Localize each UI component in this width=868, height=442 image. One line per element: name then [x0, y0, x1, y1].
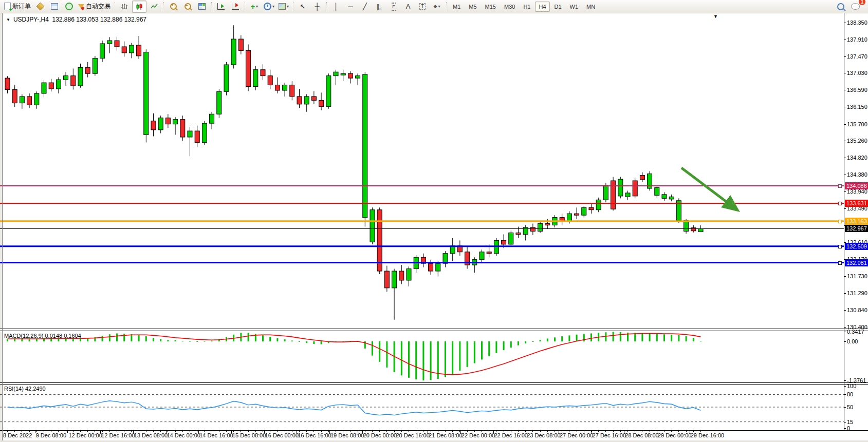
- crosshair-tool-button[interactable]: ┼: [310, 1, 324, 12]
- time-axis-minor-tick: [263, 431, 263, 432]
- signals-button[interactable]: [62, 1, 76, 12]
- candle-bearish: [502, 240, 506, 244]
- price-tick-label: 134.820: [847, 155, 868, 161]
- periods-button[interactable]: ▾: [262, 1, 276, 12]
- panel-separator[interactable]: [0, 382, 868, 383]
- time-axis-minor-tick: [664, 431, 664, 432]
- price-level-tag[interactable]: 132.081: [845, 259, 868, 266]
- time-axis-label: 22 Dec 00:00: [461, 432, 495, 438]
- zoom-out-button[interactable]: −: [181, 1, 194, 12]
- macd-histogram-bar: [408, 341, 410, 378]
- macd-histogram-bar: [678, 335, 679, 341]
- tile-windows-icon: [198, 3, 206, 10]
- time-axis-minor-tick: [394, 431, 395, 432]
- time-axis-tick: [428, 431, 428, 433]
- chart-shift-button[interactable]: [229, 1, 242, 12]
- timeframe-button-m15[interactable]: M15: [482, 2, 500, 12]
- line-anchor-handle[interactable]: [838, 202, 842, 205]
- time-axis-minor-tick: [562, 431, 562, 432]
- time-axis-minor-tick: [336, 431, 336, 432]
- timeframe-button-mn[interactable]: MN: [583, 2, 599, 12]
- zoom-in-button[interactable]: +: [167, 1, 180, 12]
- candlestick-chart-button[interactable]: [132, 1, 146, 13]
- rsi-axis-label: 15: [847, 419, 868, 425]
- autotrade-button[interactable]: 自动交易: [77, 1, 112, 12]
- trendline-tool-button[interactable]: ╱: [358, 1, 372, 12]
- candle-bullish: [407, 269, 411, 280]
- line-anchor-handle[interactable]: [838, 220, 842, 223]
- time-axis-label: 12 Dec 00:00: [68, 432, 102, 438]
- macd-histogram-bar: [693, 338, 694, 341]
- time-axis-tick: [362, 431, 363, 433]
- price-level-tag[interactable]: 132.967: [845, 225, 868, 232]
- text-tool-button[interactable]: A: [401, 1, 415, 12]
- price-level-tag[interactable]: 132.509: [845, 243, 868, 250]
- auto-scroll-button[interactable]: [214, 1, 228, 12]
- time-axis-tick: [559, 431, 559, 433]
- timeframe-toolbar: M1M5M15M30H1H4D1W1MN: [449, 2, 599, 12]
- panel-separator[interactable]: [0, 384, 868, 385]
- rsi-indicator-panel[interactable]: [0, 385, 844, 430]
- time-axis-minor-tick: [36, 431, 37, 432]
- horizontal-line-tool-button[interactable]: ─: [344, 1, 357, 12]
- macd-histogram-bar: [459, 341, 460, 371]
- cursor-tool-button[interactable]: ↖: [296, 1, 309, 12]
- line-anchor-handle[interactable]: [838, 261, 842, 265]
- timeframe-button-m30[interactable]: M30: [501, 2, 519, 12]
- panel-separator[interactable]: [0, 331, 868, 331]
- macd-histogram-bar: [386, 341, 387, 368]
- macd-histogram-bar: [532, 341, 533, 342]
- main-price-chart[interactable]: [0, 13, 844, 329]
- time-axis-minor-tick: [241, 431, 241, 432]
- macd-histogram-bar: [269, 337, 271, 341]
- chart-shift-marker-icon[interactable]: ▼: [713, 14, 718, 19]
- timeframe-button-m1[interactable]: M1: [449, 2, 464, 12]
- timeframe-button-h1[interactable]: H1: [520, 2, 534, 12]
- time-axis-minor-tick: [7, 431, 8, 432]
- channel-tool-button[interactable]: ∥E: [373, 1, 386, 12]
- line-chart-button[interactable]: [147, 1, 161, 12]
- new-order-button[interactable]: 新订单: [3, 1, 32, 12]
- timeframe-button-m5[interactable]: M5: [465, 2, 480, 12]
- candle-bullish: [158, 118, 163, 130]
- bar-chart-button[interactable]: [118, 1, 131, 12]
- chart-dropdown-icon[interactable]: ▼: [6, 17, 10, 22]
- macd-indicator-panel[interactable]: [0, 332, 844, 382]
- data-window-button[interactable]: [48, 1, 61, 12]
- text-label-tool-button[interactable]: T: [416, 1, 429, 12]
- timeframe-button-h4[interactable]: H4: [535, 2, 549, 12]
- time-axis-minor-tick: [532, 431, 533, 432]
- price-tick-label: 130.840: [847, 307, 868, 313]
- time-axis-minor-tick: [431, 431, 431, 432]
- time-axis-minor-tick: [160, 431, 161, 432]
- tile-windows-button[interactable]: [195, 1, 209, 12]
- macd-histogram-bar: [284, 339, 286, 341]
- indicators-button[interactable]: +▾: [248, 1, 261, 12]
- time-axis-minor-tick: [299, 431, 300, 432]
- arrows-tool-button[interactable]: ◆▾: [430, 1, 444, 12]
- vertical-line-tool-button[interactable]: │: [329, 1, 343, 12]
- time-axis-minor-tick: [657, 431, 657, 432]
- price-level-tag[interactable]: 133.163: [845, 218, 868, 225]
- timeframe-button-d1[interactable]: D1: [551, 2, 565, 12]
- indicators-icon: +: [251, 3, 255, 11]
- time-axis-minor-tick: [95, 431, 95, 432]
- time-axis-minor-tick: [102, 431, 103, 432]
- autotrade-icon: [78, 4, 84, 9]
- toolbar-separator: [211, 2, 212, 11]
- time-axis-tick: [35, 431, 35, 433]
- notifications-button[interactable]: 1: [848, 1, 862, 12]
- line-anchor-handle[interactable]: [838, 245, 842, 248]
- macd-histogram-bar: [525, 341, 526, 343]
- line-anchor-handle[interactable]: [838, 184, 842, 188]
- timeframe-button-w1[interactable]: W1: [566, 2, 582, 12]
- market-watch-button[interactable]: [33, 1, 47, 12]
- panel-separator[interactable]: [0, 329, 868, 329]
- price-level-tag[interactable]: 133.631: [845, 200, 868, 207]
- search-button[interactable]: [834, 1, 847, 12]
- fibonacci-tool-button[interactable]: F: [387, 1, 400, 12]
- price-level-tag[interactable]: 134.086: [845, 182, 868, 189]
- time-axis-minor-tick: [613, 431, 614, 432]
- templates-button[interactable]: ▾: [277, 1, 290, 12]
- time-axis-minor-tick: [605, 431, 606, 432]
